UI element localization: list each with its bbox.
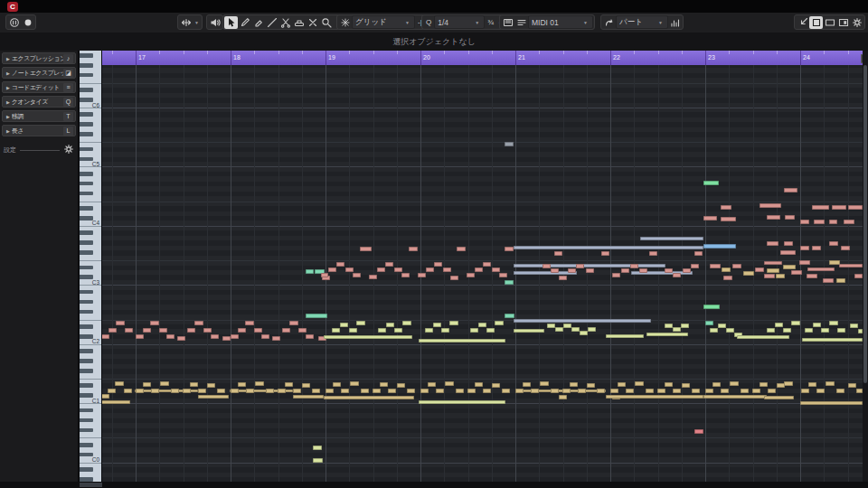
midi-note[interactable] [194, 321, 203, 325]
midi-note[interactable] [721, 205, 731, 210]
piano-key-black[interactable] [80, 63, 93, 68]
midi-note[interactable] [791, 321, 800, 325]
midi-note[interactable] [657, 389, 665, 393]
midi-note[interactable] [542, 264, 551, 268]
track-dropdown[interactable]: MIDI 01 ▼ [528, 15, 593, 29]
midi-note[interactable] [102, 334, 109, 339]
piano-key-black[interactable] [80, 147, 93, 152]
midi-note[interactable] [559, 276, 567, 280]
midi-note[interactable] [436, 389, 444, 393]
midi-note[interactable] [285, 382, 293, 387]
midi-note[interactable] [775, 323, 783, 327]
midi-note[interactable] [198, 395, 229, 399]
midi-note[interactable] [630, 264, 638, 268]
midi-note[interactable] [475, 267, 483, 272]
midi-note[interactable] [752, 389, 760, 393]
draw-tool[interactable] [238, 16, 251, 29]
midi-note[interactable] [551, 389, 559, 393]
midi-note[interactable] [159, 328, 167, 333]
midi-note[interactable] [673, 327, 681, 332]
midi-note[interactable] [443, 267, 451, 272]
midi-note[interactable] [505, 314, 514, 318]
midi-note[interactable] [764, 261, 782, 265]
piano-key-black[interactable] [80, 443, 93, 447]
midi-note[interactable] [764, 274, 775, 278]
midi-note[interactable] [836, 389, 844, 393]
midi-note[interactable] [306, 269, 314, 274]
piano-keyboard[interactable]: C6C5C4C3C2C1C0 [80, 51, 102, 482]
midi-note[interactable] [703, 305, 720, 309]
piano-key-black[interactable] [80, 310, 93, 314]
midi-note[interactable] [649, 251, 657, 256]
midi-note[interactable] [467, 389, 476, 393]
midi-note[interactable] [515, 389, 606, 392]
midi-note[interactable] [394, 328, 402, 333]
part-dropdown[interactable]: パート ▼ [616, 15, 668, 29]
midi-note[interactable] [289, 321, 298, 325]
midi-note[interactable] [341, 389, 349, 393]
midi-note[interactable] [467, 273, 475, 277]
midi-note[interactable] [419, 400, 505, 404]
midi-note[interactable] [764, 396, 794, 399]
midi-note[interactable] [805, 328, 813, 333]
midi-note[interactable] [723, 276, 732, 280]
midi-note[interactable] [486, 328, 495, 333]
midi-note[interactable] [784, 381, 793, 386]
midi-note[interactable] [665, 324, 673, 328]
solo-editor-button[interactable] [7, 16, 21, 29]
midi-note[interactable] [313, 458, 323, 463]
vertical-scrollbar[interactable] [863, 51, 868, 482]
midi-note[interactable] [514, 329, 544, 333]
midi-note[interactable] [386, 323, 394, 327]
midi-note[interactable] [767, 241, 778, 246]
midi-note[interactable] [721, 389, 729, 393]
midi-note[interactable] [540, 381, 549, 386]
piano-key-black[interactable] [80, 73, 93, 78]
timeline-ruler[interactable]: 1718192021222324 [102, 51, 863, 65]
midi-note[interactable] [340, 323, 348, 327]
midi-note[interactable] [760, 203, 781, 208]
midi-note[interactable] [293, 395, 324, 399]
midi-note[interactable] [812, 205, 829, 210]
midi-note[interactable] [116, 321, 125, 325]
midi-note[interactable] [829, 241, 838, 246]
inspector-section-2[interactable]: ▶コードエディット≡ [2, 81, 76, 93]
midi-note[interactable] [306, 314, 327, 318]
midi-note[interactable] [531, 389, 539, 393]
midi-note[interactable] [848, 205, 863, 210]
midi-note[interactable] [812, 246, 821, 250]
midi-note[interactable] [601, 251, 609, 256]
midi-note[interactable] [428, 382, 436, 387]
midi-note[interactable] [425, 328, 433, 333]
setup-toolbar-button[interactable] [850, 16, 863, 29]
piano-key-black[interactable] [80, 240, 93, 245]
midi-note[interactable] [420, 389, 429, 393]
gear-icon[interactable] [63, 142, 74, 158]
midi-note[interactable] [776, 274, 785, 278]
midi-note[interactable] [136, 334, 144, 339]
midi-note[interactable] [807, 267, 835, 271]
midi-note[interactable] [639, 268, 647, 273]
record-in-editor-button[interactable] [21, 16, 34, 29]
piano-key-black[interactable] [80, 383, 93, 388]
midi-note[interactable] [726, 328, 734, 333]
midi-note[interactable] [378, 328, 386, 333]
midi-note[interactable] [597, 389, 605, 393]
midi-note[interactable] [483, 262, 491, 267]
midi-note[interactable] [612, 273, 620, 277]
midi-note[interactable] [635, 381, 644, 386]
triplet-quantize-button[interactable]: ¾ [485, 18, 496, 26]
midi-note[interactable] [369, 275, 377, 279]
midi-note[interactable] [514, 246, 703, 249]
midi-note[interactable] [801, 389, 809, 393]
piano-key-black[interactable] [80, 324, 93, 329]
midi-note[interactable] [450, 276, 458, 280]
inspector-section-0[interactable]: ▶エクスプレッションマップ♪ [2, 52, 76, 64]
midi-note[interactable] [683, 268, 691, 273]
midi-note[interactable] [580, 331, 588, 335]
midi-note[interactable] [282, 328, 290, 333]
snap-button[interactable] [338, 16, 352, 29]
zoom-tool[interactable] [319, 16, 333, 29]
midi-note[interactable] [837, 328, 845, 333]
midi-note[interactable] [217, 389, 225, 393]
